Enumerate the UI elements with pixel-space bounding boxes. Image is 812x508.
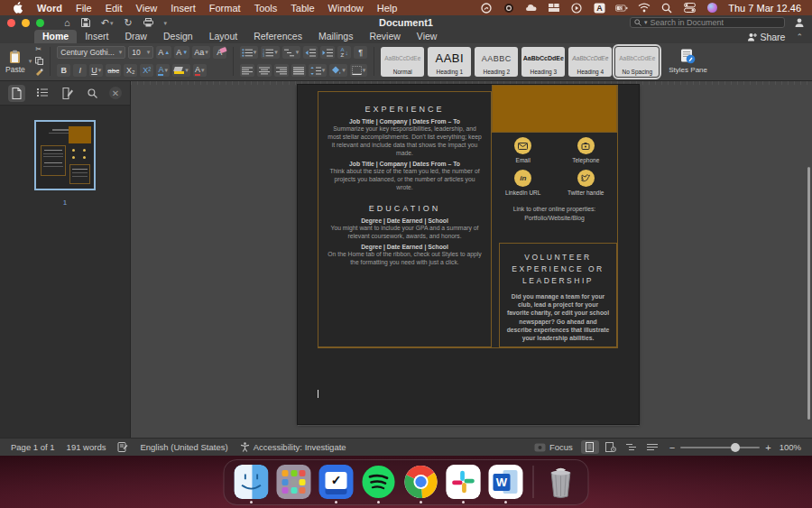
menu-item-file[interactable]: File: [76, 3, 92, 14]
apple-menu-icon[interactable]: [11, 2, 23, 14]
home-quick-icon[interactable]: ⌂: [64, 18, 70, 28]
bullet-list-button[interactable]: ▾: [240, 46, 259, 59]
outline-pane-tab[interactable]: [33, 85, 51, 102]
language-status[interactable]: English (United States): [140, 442, 227, 452]
education-entry-body[interactable]: On the Home tab of the ribbon, check out…: [327, 251, 483, 267]
contact-item-twitter[interactable]: Twitter handle: [567, 170, 604, 196]
online-properties-note[interactable]: Link to other online properties: Portfol…: [492, 205, 617, 222]
cloud-app-icon[interactable]: [525, 2, 538, 14]
sort-button[interactable]: AZ↓: [337, 46, 351, 59]
menu-item-word[interactable]: Word: [37, 3, 62, 14]
zoom-slider-thumb[interactable]: [731, 443, 740, 452]
education-entry-body[interactable]: You might want to include your GPA and a…: [327, 225, 483, 241]
zoom-percentage[interactable]: 100%: [780, 442, 801, 452]
style-heading-1[interactable]: AABI Heading 1: [428, 47, 471, 77]
education-entry-title[interactable]: Degree | Date Earned | School: [327, 217, 483, 224]
styles-pane-button[interactable]: Styles Pane: [665, 46, 711, 77]
close-sidebar-icon[interactable]: ✕: [109, 87, 122, 99]
customize-quick-access-icon[interactable]: ▾: [164, 20, 168, 26]
experience-entry-body[interactable]: Summarize your key responsibilities, lea…: [327, 125, 483, 158]
style-normal[interactable]: AaBbCcDdEe Normal: [381, 47, 424, 77]
draft-view-button[interactable]: [643, 440, 661, 454]
strikethrough-button[interactable]: abc: [106, 64, 121, 77]
contact-item-email[interactable]: Email: [514, 137, 531, 163]
search-input[interactable]: ▾ Search in Document: [630, 17, 785, 28]
show-paragraph-marks-button[interactable]: ¶: [354, 46, 367, 59]
zoom-window-button[interactable]: [36, 19, 44, 27]
decrease-indent-button[interactable]: [303, 46, 318, 59]
align-left-button[interactable]: [240, 64, 254, 77]
numbered-list-button[interactable]: 123▾: [261, 46, 280, 59]
tab-home[interactable]: Home: [34, 30, 77, 43]
experience-entry-body[interactable]: Think about the size of the team you led…: [327, 168, 483, 192]
proofing-status-icon[interactable]: [117, 442, 128, 452]
battery-icon[interactable]: [615, 2, 628, 14]
print-layout-view-button[interactable]: [581, 440, 599, 454]
style-heading-3[interactable]: AaBbCcDdEe Heading 3: [521, 47, 565, 77]
menu-item-table[interactable]: Table: [291, 3, 314, 14]
input-source-icon[interactable]: A: [593, 2, 605, 14]
zoom-out-button[interactable]: −: [669, 442, 675, 453]
menu-item-help[interactable]: Help: [377, 3, 398, 14]
copy-icon[interactable]: [35, 57, 43, 65]
find-pane-tab[interactable]: [84, 85, 101, 102]
focus-mode-button[interactable]: Focus: [534, 442, 573, 452]
tab-design[interactable]: Design: [155, 30, 201, 43]
font-name-select[interactable]: Century Gothi...▾: [57, 46, 125, 59]
underline-button[interactable]: U▾: [89, 64, 103, 77]
resume-left-column[interactable]: EXPERIENCE Job Title | Company | Dates F…: [318, 91, 492, 347]
superscript-button[interactable]: X²: [140, 64, 153, 77]
tab-draw[interactable]: Draw: [116, 30, 155, 43]
education-heading[interactable]: EDUCATION: [327, 204, 483, 213]
vertical-scrollbar[interactable]: [807, 167, 810, 420]
collapse-ribbon-icon[interactable]: ⌃: [796, 32, 803, 42]
grow-font-button[interactable]: A▲: [156, 46, 171, 59]
dock-app-spotify[interactable]: [362, 465, 396, 499]
experience-heading[interactable]: EXPERIENCE: [327, 105, 483, 114]
education-entry-title[interactable]: Degree | Date Earned | School: [327, 244, 483, 250]
experience-entry-title[interactable]: Job Title | Company | Dates From – To: [327, 161, 483, 167]
paste-dropdown-icon[interactable]: ▾: [29, 58, 32, 65]
dock-app-chrome[interactable]: [404, 465, 438, 499]
dock-app-launchpad[interactable]: [277, 465, 311, 499]
account-icon[interactable]: [794, 17, 805, 28]
dock-app-things[interactable]: ✓: [319, 465, 354, 499]
tab-mailings[interactable]: Mailings: [310, 30, 362, 43]
bold-button[interactable]: B: [57, 64, 70, 77]
text-effects-button[interactable]: A▾: [156, 64, 170, 77]
control-center-icon[interactable]: [683, 2, 696, 14]
paste-button[interactable]: Paste: [5, 50, 25, 74]
contact-item-linkedin[interactable]: in LinkedIn URL: [505, 170, 540, 196]
menu-item-format[interactable]: Format: [209, 3, 241, 14]
spotlight-icon[interactable]: [660, 2, 673, 14]
increase-indent-button[interactable]: [320, 46, 335, 59]
italic-button[interactable]: I: [73, 64, 87, 77]
volunteer-body[interactable]: Did you manage a team for your club, lea…: [506, 292, 610, 343]
lens-icon[interactable]: [503, 2, 515, 14]
word-count-status[interactable]: 191 words: [67, 442, 106, 452]
cut-icon[interactable]: ✂: [35, 46, 43, 53]
tab-insert[interactable]: Insert: [77, 30, 116, 43]
zoom-slider[interactable]: [680, 447, 760, 448]
volunteer-heading[interactable]: VOLUNTEER EXPERIENCE OR LEADERSHIP: [506, 252, 610, 288]
zoom-in-button[interactable]: +: [765, 442, 770, 453]
highlight-button[interactable]: ▾: [172, 64, 190, 77]
resume-accent-block[interactable]: [492, 85, 617, 133]
align-center-button[interactable]: [257, 64, 272, 77]
search-scope-chevron-icon[interactable]: ▾: [644, 19, 648, 26]
shading-button[interactable]: ▾: [329, 64, 347, 77]
menu-item-window[interactable]: Window: [328, 3, 364, 14]
close-window-button[interactable]: [7, 19, 15, 27]
experience-entry-title[interactable]: Job Title | Company | Dates From – To: [327, 118, 483, 125]
tab-view[interactable]: View: [409, 30, 446, 43]
font-color-button[interactable]: A▾: [193, 64, 207, 77]
font-size-select[interactable]: 10▾: [128, 46, 153, 59]
document-page[interactable]: EXPERIENCE Job Title | Company | Dates F…: [298, 85, 639, 424]
justify-button[interactable]: [291, 64, 306, 77]
layers-icon[interactable]: [548, 2, 560, 14]
format-painter-icon[interactable]: [35, 69, 43, 77]
contact-item-telephone[interactable]: Telephone: [572, 137, 599, 163]
siri-icon[interactable]: [706, 2, 718, 14]
menu-item-view[interactable]: View: [136, 3, 158, 14]
dock-app-word[interactable]: W: [489, 465, 523, 499]
